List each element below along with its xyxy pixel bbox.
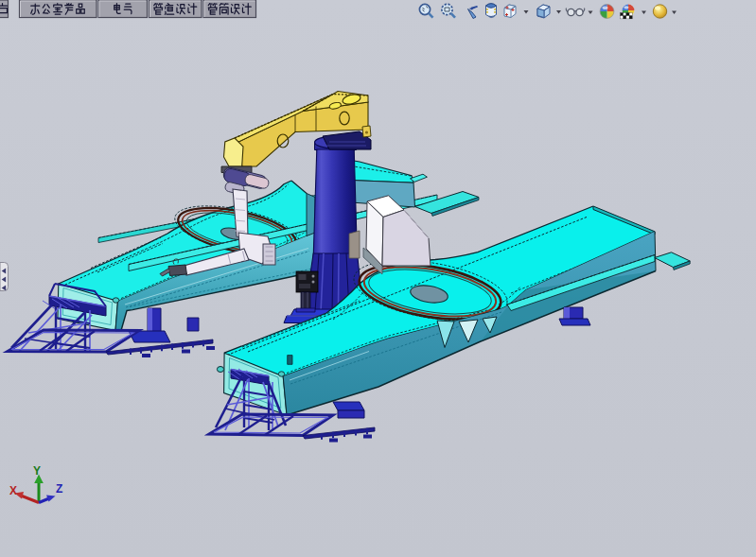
svg-text:Z: Z (56, 482, 62, 496)
svg-text:Y: Y (33, 464, 41, 478)
svg-text:X: X (9, 484, 17, 497)
